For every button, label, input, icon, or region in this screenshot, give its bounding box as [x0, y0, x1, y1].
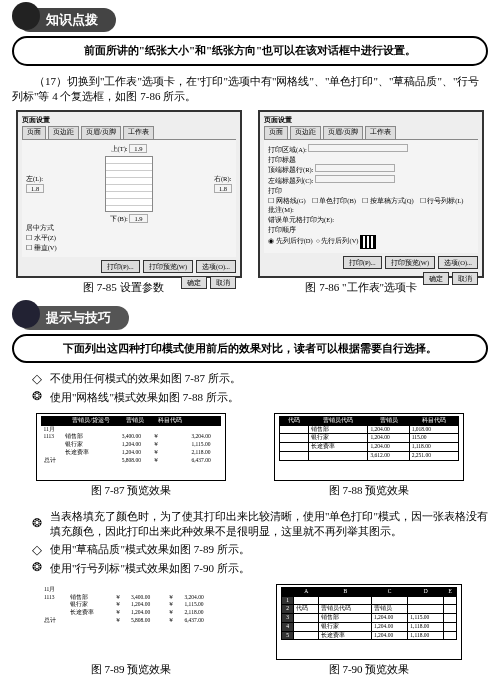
cell: 总计	[42, 617, 68, 625]
cell: 11月	[42, 425, 63, 433]
caption-7-90: 图 7-90 预览效果	[329, 662, 410, 676]
person-icon	[12, 2, 40, 30]
col-header: B	[319, 588, 371, 597]
tab-sheet[interactable]: 工作表	[123, 126, 154, 139]
tab-margins[interactable]: 页边距	[48, 126, 79, 139]
btn-ok[interactable]: 确定	[181, 276, 207, 289]
checkbox-mono[interactable]: 单色打印(B)	[319, 197, 356, 204]
col-header: A	[294, 588, 319, 597]
cell: 1,204.00	[120, 441, 151, 449]
tab-headerfooter[interactable]: 页眉/页脚	[323, 126, 363, 139]
caption-7-85: 图 7-85 设置参数	[83, 280, 164, 295]
checkbox-draft[interactable]: 按草稿方式(Q)	[370, 197, 414, 204]
cell	[444, 605, 457, 614]
cell: 银行家	[68, 601, 113, 609]
tab-headerfooter[interactable]: 页眉/页脚	[81, 126, 121, 139]
cell	[294, 614, 319, 623]
cell: 3,400.00	[129, 594, 166, 602]
cell	[444, 631, 457, 640]
banner-tips: 提示与技巧	[12, 306, 488, 330]
radio-down-then-over[interactable]: 先列后行(D)	[276, 237, 313, 244]
cell: ￥	[151, 433, 190, 441]
cell	[42, 601, 68, 609]
center-group-label: 居中方式	[26, 223, 232, 233]
cell	[129, 586, 166, 594]
cell	[182, 586, 220, 594]
label-errors: 错误单元格打印为(E):	[268, 216, 334, 223]
bullet-item: 使用"行号列标"模式效果如图 7-90 所示。	[30, 561, 488, 576]
col-header: D	[408, 588, 444, 597]
tab-sheet[interactable]: 工作表	[365, 126, 396, 139]
cell	[63, 457, 120, 465]
cell	[444, 622, 457, 631]
radio-over-then-down[interactable]: 先行后列(V)	[321, 237, 358, 244]
cell: 1,204.00	[368, 434, 409, 443]
cell: 2,251.00	[409, 451, 458, 460]
cell: 营销员	[371, 605, 407, 614]
cell: 1,018.00	[409, 425, 458, 434]
btn-print[interactable]: 打印(P)...	[343, 256, 382, 269]
col-header: C	[371, 588, 407, 597]
value-bottom[interactable]: 1.9	[129, 214, 147, 223]
label-print-order: 打印顺序	[268, 225, 474, 235]
cell	[42, 441, 63, 449]
value-left[interactable]: 1.8	[26, 184, 44, 193]
checkbox-horizontal[interactable]: 水平(Z)	[34, 234, 56, 241]
value-right[interactable]: 1.8	[214, 184, 232, 193]
monitor-icon	[12, 300, 40, 328]
btn-preview[interactable]: 打印预览(W)	[143, 260, 193, 273]
btn-options[interactable]: 选项(O)...	[438, 256, 478, 269]
cell	[68, 586, 113, 594]
checkbox-rowcol[interactable]: 行号列标(L)	[427, 197, 463, 204]
value-top[interactable]: 1.9	[129, 144, 147, 153]
cell: 1,115.00	[189, 441, 220, 449]
cell: 1,118.00	[409, 443, 458, 452]
input-col-titles[interactable]	[315, 175, 395, 183]
bullet-item: 使用"网格线"模式效果如图 7-88 所示。	[30, 390, 488, 405]
col-header: 营销员	[368, 417, 409, 426]
caption-7-88: 图 7-88 预览效果	[329, 483, 410, 498]
cell	[408, 596, 444, 605]
cell: 1113	[42, 433, 63, 441]
tab-margins[interactable]: 页边距	[290, 126, 321, 139]
cell: 5,808.00	[120, 457, 151, 465]
cell: 销售部	[308, 425, 368, 434]
col-header: 营销员代码	[308, 417, 368, 426]
btn-cancel[interactable]: 取消	[210, 276, 236, 289]
tab-page[interactable]: 页面	[264, 126, 288, 139]
cell: 1,115.00	[182, 601, 220, 609]
checkbox-vertical[interactable]: 垂直(V)	[34, 244, 57, 251]
caption-7-87: 图 7-87 预览效果	[91, 483, 172, 498]
dialog-tabs: 页面 页边距 页眉/页脚 工作表	[22, 126, 236, 140]
cell: 1,115.00	[408, 614, 444, 623]
cell	[294, 622, 319, 631]
tab-page[interactable]: 页面	[22, 126, 46, 139]
input-row-titles[interactable]	[315, 164, 395, 172]
input-print-area[interactable]	[308, 144, 408, 152]
cell: 总计	[42, 457, 63, 465]
col-header: 科目代码	[409, 417, 458, 426]
cell: ￥	[166, 609, 182, 617]
dialog-page-setup-margins: 页面设置 页面 页边距 页眉/页脚 工作表 上(T): 1.9 左(L):1.8…	[16, 110, 242, 278]
cell: 5	[282, 631, 294, 640]
bullet-text: 使用"行号列标"模式效果如图 7-90 所示。	[50, 561, 250, 576]
btn-print[interactable]: 打印(P)...	[101, 260, 140, 273]
order-icon	[360, 235, 376, 249]
cell: 11月	[42, 586, 68, 594]
checkbox-gridlines[interactable]: 网格线(G)	[276, 197, 306, 204]
label-print-area: 打印区域(A):	[268, 146, 307, 153]
bullet-icon	[30, 517, 44, 531]
btn-preview[interactable]: 打印预览(W)	[385, 256, 435, 269]
caption-7-86: 图 7-86 "工作表"选项卡	[305, 280, 417, 295]
btn-ok[interactable]: 确定	[423, 272, 449, 285]
btn-options[interactable]: 选项(O)...	[196, 260, 236, 273]
cell	[280, 434, 309, 443]
dialog-title: 页面设置	[22, 116, 236, 126]
cell: 2,118.00	[189, 449, 220, 457]
btn-cancel[interactable]: 取消	[452, 272, 478, 285]
cell: 1,204.00	[371, 614, 407, 623]
cell: 1,204.00	[368, 425, 409, 434]
cell: 6,437.00	[189, 457, 220, 465]
cell: ￥	[113, 594, 129, 602]
banner-title: 知识点拨	[46, 12, 98, 27]
